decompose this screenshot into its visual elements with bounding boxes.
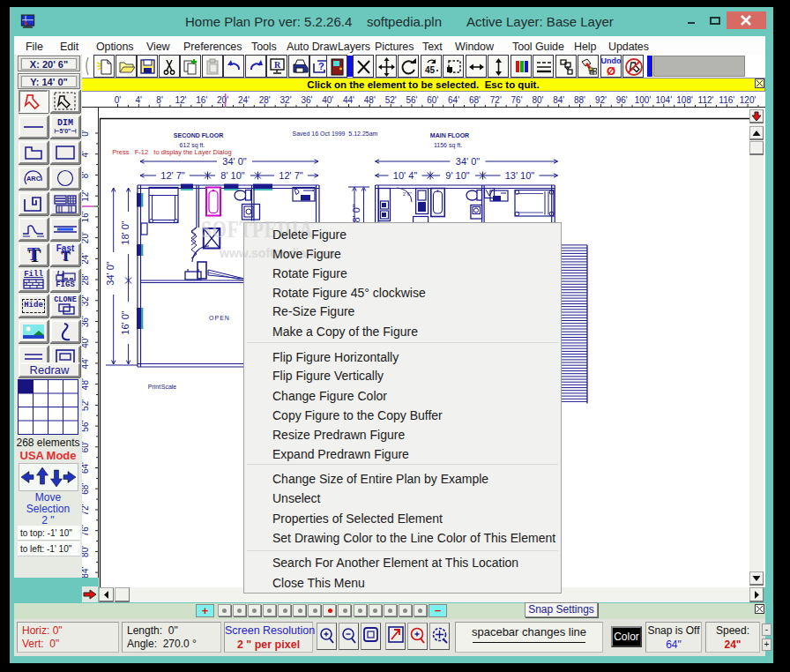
svg-text:68': 68' xyxy=(469,95,481,105)
svg-text:8' 10": 8' 10" xyxy=(220,170,245,181)
svg-text:0': 0' xyxy=(115,95,122,105)
svg-text:34' 0": 34' 0" xyxy=(105,261,116,286)
svg-text:56': 56' xyxy=(406,95,417,105)
svg-text:60': 60' xyxy=(427,95,438,105)
svg-text:64': 64' xyxy=(82,462,90,474)
svg-text:16': 16' xyxy=(196,95,207,105)
svg-text:R: R xyxy=(274,60,281,70)
svg-text:45: 45 xyxy=(425,65,436,75)
svg-text:16': 16' xyxy=(82,211,90,222)
svg-text:116': 116' xyxy=(719,95,734,105)
svg-text:4': 4' xyxy=(82,151,90,158)
svg-text:Ø: Ø xyxy=(606,64,615,78)
svg-text:24': 24' xyxy=(238,95,250,105)
svg-text:52': 52' xyxy=(82,399,90,411)
svg-text:0': 0' xyxy=(82,130,90,137)
svg-text:2' 6": 2' 6" xyxy=(403,191,412,197)
svg-text:1156 sq ft.: 1156 sq ft. xyxy=(434,142,462,149)
svg-text:20': 20' xyxy=(217,95,228,105)
svg-text:32': 32' xyxy=(280,95,292,105)
svg-text:80': 80' xyxy=(532,95,543,105)
svg-text:18' 0": 18' 0" xyxy=(120,220,130,245)
svg-text:MAIN FLOOR: MAIN FLOOR xyxy=(430,132,469,138)
svg-text:48': 48' xyxy=(364,95,376,105)
svg-text:76': 76' xyxy=(511,95,523,105)
svg-text:88': 88' xyxy=(574,95,585,105)
svg-text:120': 120' xyxy=(740,95,756,105)
svg-text:12' 7": 12' 7" xyxy=(279,170,303,181)
svg-text:40': 40' xyxy=(82,337,90,348)
svg-text:108': 108' xyxy=(676,95,693,105)
svg-text:OPEN: OPEN xyxy=(209,315,230,321)
svg-text:44': 44' xyxy=(82,357,90,369)
svg-text:60': 60' xyxy=(82,441,90,452)
svg-text:36': 36' xyxy=(301,95,312,105)
svg-text:100': 100' xyxy=(635,95,652,105)
svg-text:28': 28' xyxy=(82,273,90,285)
svg-text:16' 0": 16' 0" xyxy=(120,310,130,335)
svg-text:12' 7": 12' 7" xyxy=(160,170,185,181)
svg-text:104': 104' xyxy=(656,95,673,105)
svg-text:4': 4' xyxy=(136,95,143,105)
svg-text:34' 0": 34' 0" xyxy=(456,156,481,167)
svg-text:20': 20' xyxy=(82,232,90,243)
svg-text:9' 10": 9' 10" xyxy=(445,170,470,181)
svg-text:40': 40' xyxy=(322,95,333,105)
svg-text:84': 84' xyxy=(82,567,90,579)
svg-text:112': 112' xyxy=(698,95,714,105)
svg-text:64': 64' xyxy=(448,95,459,105)
svg-text:72': 72' xyxy=(82,504,90,515)
svg-text:Print Scale: Print Scale xyxy=(148,384,177,390)
svg-text:12': 12' xyxy=(82,190,90,202)
svg-text:56': 56' xyxy=(82,421,90,432)
svg-text:24': 24' xyxy=(82,253,90,265)
svg-text:10' 4": 10' 4" xyxy=(393,170,418,181)
svg-text:48': 48' xyxy=(82,378,90,390)
svg-text:76': 76' xyxy=(82,525,90,536)
svg-text:34' 0": 34' 0" xyxy=(222,156,247,167)
svg-text:84': 84' xyxy=(553,95,564,105)
svg-text:12': 12' xyxy=(175,95,186,105)
svg-text:68': 68' xyxy=(82,483,90,495)
svg-text:72': 72' xyxy=(490,95,502,105)
svg-text:52': 52' xyxy=(385,95,397,105)
svg-text:ARC: ARC xyxy=(26,175,41,183)
svg-text:80': 80' xyxy=(82,546,90,557)
svg-text:44': 44' xyxy=(343,95,354,105)
svg-text:36': 36' xyxy=(82,316,90,327)
svg-text:92': 92' xyxy=(595,95,607,105)
svg-text:96': 96' xyxy=(616,95,628,105)
svg-text:28': 28' xyxy=(259,95,271,105)
svg-text:8': 8' xyxy=(156,95,163,105)
svg-text:Press F-12 to display the: Press F-12 to display the Layer Dialog xyxy=(112,148,231,156)
svg-text:32': 32' xyxy=(82,295,90,306)
svg-text:SECOND FLOOR: SECOND FLOOR xyxy=(174,132,223,138)
svg-text:Saved 16 Oct 1999 5.12.25am: Saved 16 Oct 1999 5.12.25am xyxy=(293,131,378,137)
svg-text:8': 8' xyxy=(82,172,90,179)
svg-text:13' 10": 13' 10" xyxy=(505,170,535,181)
svg-text:?: ? xyxy=(318,61,324,71)
